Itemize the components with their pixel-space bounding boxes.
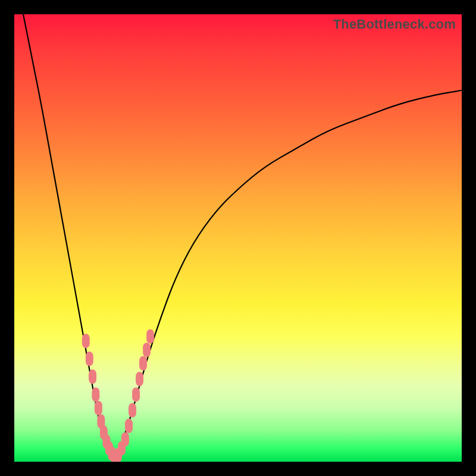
data-marker — [89, 369, 96, 384]
data-marker — [139, 356, 147, 371]
data-marker — [129, 403, 136, 418]
chart-frame: TheBottleneck.com — [0, 0, 476, 476]
data-marker — [92, 387, 99, 402]
data-marker — [146, 329, 154, 343]
data-marker — [86, 352, 93, 366]
chart-svg — [14, 14, 462, 462]
data-marker — [82, 334, 90, 348]
plot-area: TheBottleneck.com — [14, 14, 462, 462]
curve-right-branch — [112, 90, 462, 462]
data-marker — [132, 387, 140, 402]
data-marker — [125, 419, 133, 433]
data-marker — [95, 401, 102, 415]
data-marker — [136, 372, 143, 386]
data-marker — [143, 343, 151, 357]
data-marker — [121, 432, 129, 446]
marker-group — [82, 329, 154, 462]
